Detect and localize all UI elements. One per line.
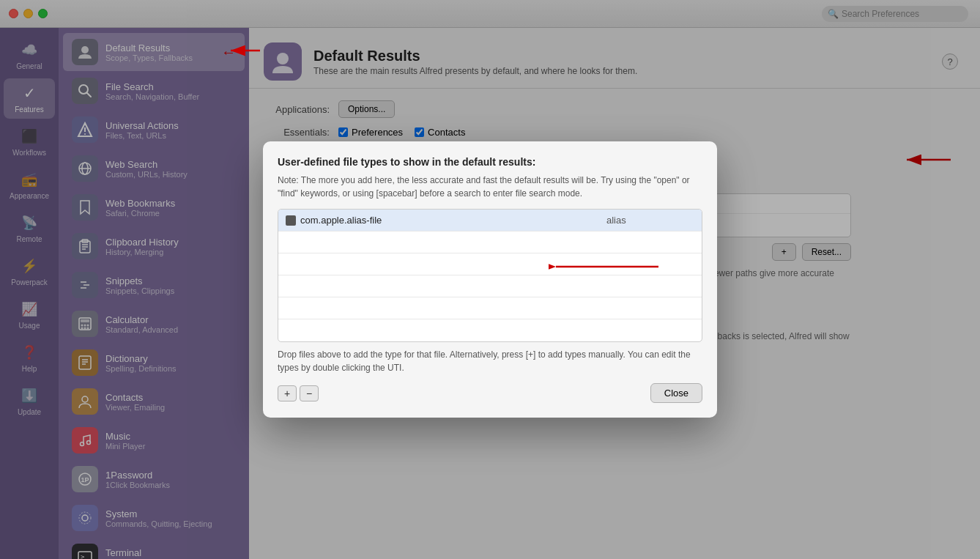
modal-table-row-0[interactable]: com.apple.alias-file alias	[278, 210, 702, 232]
modal-title: User-defined file types to show in the d…	[278, 156, 702, 168]
add-remove-buttons: + −	[278, 385, 319, 401]
modal-table-row-3[interactable]	[278, 275, 702, 297]
modal-table-row-1[interactable]	[278, 232, 702, 253]
file-type-icon	[286, 215, 296, 226]
user-defined-file-types-modal: User-defined file types to show in the d…	[263, 141, 717, 418]
modal-overlay: User-defined file types to show in the d…	[0, 0, 980, 559]
modal-table: com.apple.alias-file alias	[278, 209, 702, 342]
add-type-button[interactable]: +	[278, 385, 297, 401]
remove-type-button[interactable]: −	[300, 385, 319, 401]
uti-value-0: com.apple.alias-file	[300, 215, 602, 226]
modal-actions: + − Close	[278, 383, 702, 403]
modal-table-row-5[interactable]	[278, 319, 702, 341]
modal-note: Note: The more you add here, the less ac…	[278, 174, 702, 200]
close-modal-button[interactable]: Close	[650, 383, 702, 403]
modal-table-row-2[interactable]	[278, 253, 702, 275]
modal-table-row-4[interactable]	[278, 297, 702, 319]
ext-value-0: alias	[606, 215, 694, 226]
modal-footer-note: Drop files above to add the type for tha…	[278, 348, 702, 374]
